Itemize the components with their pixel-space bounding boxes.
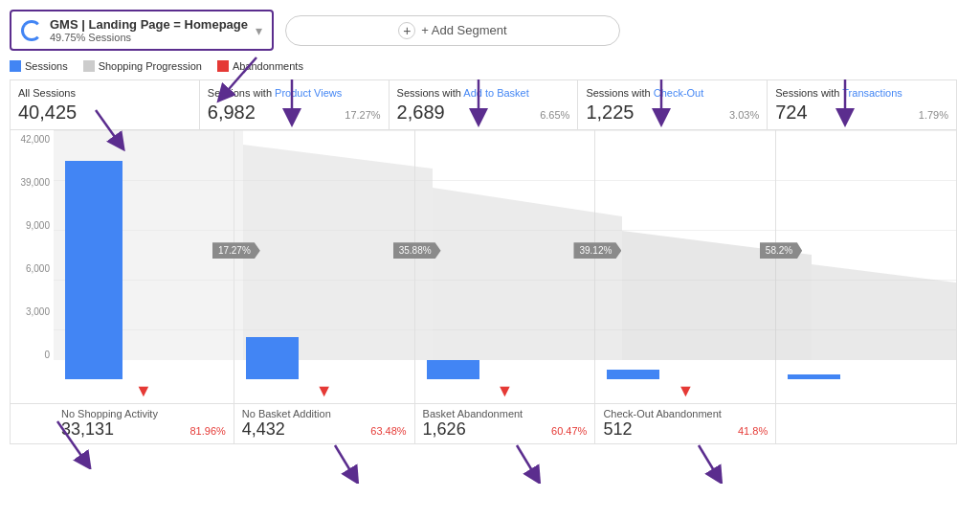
bottom-3-label: Check-Out Abandonment — [603, 408, 768, 419]
bar-2-blue — [427, 360, 479, 380]
bottom-row: No Shopping Activity 33,131 81.96% No Ba… — [11, 403, 956, 443]
bottom-2-pct: 60.47% — [551, 425, 587, 437]
col-3-value: 1,225 — [586, 102, 634, 124]
bottom-2-label: Basket Abandonment — [423, 408, 588, 419]
conv-arrow-0: 17.27% — [212, 242, 260, 259]
y-label-0: 0 — [44, 350, 50, 360]
col-4-title: Sessions with Transactions — [775, 86, 948, 100]
bottom-col-3: Check-Out Abandonment 512 41.8% — [595, 404, 776, 443]
arrow-col-4 — [776, 379, 956, 403]
arrow-col-0: ▼ — [54, 379, 234, 403]
sessions-legend-label: Sessions — [25, 60, 68, 72]
legend-shopping: Shopping Progression — [83, 60, 202, 72]
arrow-col-3: ▼ — [595, 379, 776, 403]
col-4-value: 724 — [775, 102, 807, 124]
col-0-value: 40,425 — [18, 102, 77, 124]
conv-arrow-3: 58.2% — [760, 242, 802, 259]
segment-subtitle: 49.75% Sessions — [50, 32, 248, 43]
abandon-arrow-2: ▼ — [497, 381, 514, 401]
bottom-1-value: 4,432 — [242, 419, 285, 440]
col-2-pct: 6.65% — [540, 109, 569, 121]
segment-bar: GMS | Landing Page = Homepage 49.75% Ses… — [10, 10, 970, 51]
abandon-arrow-0: ▼ — [135, 381, 152, 401]
bar-0-blue — [65, 161, 122, 380]
purple-arrow-checkoutabandon — [670, 441, 727, 484]
bottom-y-spacer — [11, 404, 54, 443]
bottom-col-4 — [776, 404, 956, 443]
col-1-value: 6,982 — [208, 102, 256, 124]
abandon-arrows-row: ▼ ▼ ▼ ▼ — [11, 379, 956, 403]
svg-line-13 — [517, 445, 536, 477]
segment-icon — [21, 20, 42, 41]
chart-body: 42,000 39,000 9,000 6,000 3,000 0 — [11, 130, 956, 379]
y-label-3k: 3,000 — [26, 306, 50, 317]
legend-sessions: Sessions — [10, 60, 68, 72]
svg-marker-4 — [812, 264, 956, 360]
bottom-1-pct: 63.48% — [370, 425, 406, 437]
svg-marker-2 — [433, 188, 622, 360]
funnel-svg — [54, 130, 956, 379]
header-row: All Sessions 40,425 Sessions with Produc… — [11, 80, 956, 130]
col-header-3: Sessions with Check-Out 1,225 3.03% — [578, 80, 768, 129]
segment-chip[interactable]: GMS | Landing Page = Homepage 49.75% Ses… — [10, 10, 274, 51]
segment-title: GMS | Landing Page = Homepage — [50, 17, 248, 32]
conv-arrow-2: 39.12% — [573, 242, 621, 259]
col-2-value: 2,689 — [397, 102, 445, 124]
col-4-pct: 1.79% — [919, 109, 948, 121]
sessions-legend-dot — [10, 60, 21, 72]
col-3-title: Sessions with Check-Out — [586, 86, 759, 100]
arrow-cols: ▼ ▼ ▼ ▼ — [54, 379, 956, 403]
chart-legend: Sessions Shopping Progression Abandonmen… — [10, 60, 970, 72]
bottom-2-value: 1,626 — [423, 419, 466, 440]
bottom-3-value: 512 — [603, 419, 632, 440]
legend-abandonments: Abandonments — [217, 60, 303, 72]
y-axis-spacer — [11, 379, 54, 403]
segment-info: GMS | Landing Page = Homepage 49.75% Ses… — [50, 17, 248, 43]
bottom-0-label: No Shopping Activity — [61, 408, 226, 419]
col-header-2: Sessions with Add to Basket 2,689 6.65% — [390, 80, 579, 129]
bottom-0-value: 33,131 — [61, 419, 114, 440]
arrow-col-1: ▼ — [234, 379, 415, 403]
col-0-title: All Sessions — [18, 86, 191, 100]
bar-1-blue — [246, 337, 299, 379]
abandon-arrow-1: ▼ — [316, 381, 333, 401]
conv-arrow-1: 35.88% — [393, 242, 441, 259]
bottom-3-pct: 41.8% — [738, 425, 768, 437]
bar-3-blue — [607, 370, 659, 379]
y-label-42k: 42,000 — [20, 134, 50, 145]
shopping-legend-label: Shopping Progression — [99, 60, 202, 72]
abandon-arrow-3: ▼ — [677, 381, 694, 401]
add-segment-button[interactable]: + + Add Segment — [285, 15, 620, 46]
chevron-down-icon: ▾ — [256, 23, 262, 38]
add-segment-label: + Add Segment — [421, 23, 506, 37]
col-1-pct: 17.27% — [345, 109, 380, 121]
y-label-39k: 39,000 — [20, 177, 50, 188]
abandon-legend-label: Abandonments — [233, 60, 303, 72]
col-header-1: Sessions with Product Views 6,982 17.27% — [200, 80, 390, 129]
bottom-col-2: Basket Abandonment 1,626 60.47% — [415, 404, 596, 443]
col-1-title: Sessions with Product Views — [208, 86, 381, 100]
abandon-legend-dot — [217, 60, 229, 72]
y-axis: 42,000 39,000 9,000 6,000 3,000 0 — [11, 130, 54, 379]
bottom-col-0: No Shopping Activity 33,131 81.96% — [54, 404, 234, 443]
svg-line-12 — [335, 445, 354, 477]
arrow-col-2: ▼ — [415, 379, 596, 403]
purple-arrow-nobasket — [306, 441, 364, 484]
svg-line-14 — [699, 445, 718, 477]
chart-area: All Sessions 40,425 Sessions with Produc… — [10, 79, 957, 444]
bar-4-blue — [788, 374, 840, 379]
y-label-9k: 9,000 — [26, 220, 50, 231]
main-container: GMS | Landing Page = Homepage 49.75% Ses… — [0, 0, 980, 520]
col-header-0: All Sessions 40,425 — [11, 80, 200, 129]
col-3-pct: 3.03% — [729, 109, 759, 121]
purple-arrow-basketabandon — [488, 441, 546, 484]
col-2-title: Sessions with Add to Basket — [397, 86, 570, 100]
col-header-4: Sessions with Transactions 724 1.79% — [768, 80, 956, 129]
bottom-col-1: No Basket Addition 4,432 63.48% — [234, 404, 415, 443]
shopping-legend-dot — [83, 60, 95, 72]
bottom-0-pct: 81.96% — [189, 425, 225, 437]
y-label-6k: 6,000 — [26, 263, 50, 274]
bottom-1-label: No Basket Addition — [242, 408, 407, 419]
plus-icon: + — [398, 22, 415, 39]
bar-columns: 17.27% 35.88% 39.12% 58.2% — [54, 130, 956, 379]
